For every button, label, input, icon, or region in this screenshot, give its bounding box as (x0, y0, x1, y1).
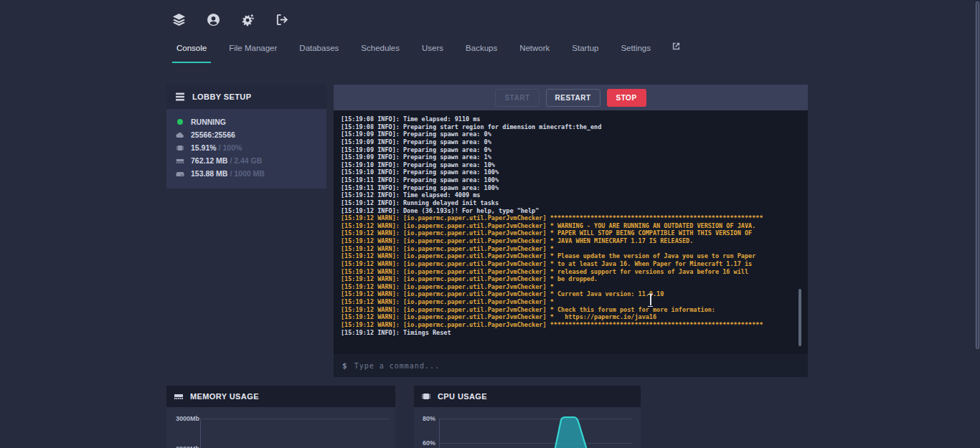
server-memory-limit: / 2.44 GB (230, 156, 262, 165)
server-disk-value: 153.88 MB (191, 169, 227, 178)
console-log-line: [15:19:12 INFO]: Done (36.193s)! For hel… (341, 207, 801, 215)
server-card-body: RUNNING 25566:25566 15.91% / 100% (166, 109, 326, 189)
console-log-line: [15:19:12 WARN]: [io.papermc.paper.util.… (341, 229, 801, 237)
server-disk-row: 153.88 MB / 1000 MB (175, 167, 318, 180)
cpu-usage-spike (439, 407, 633, 448)
charts-row: MEMORY USAGE 3000Mb 2000Mb CPU USAGE 80%… (166, 386, 808, 448)
memory-icon (174, 392, 184, 401)
cpu-usage-title: CPU USAGE (438, 392, 487, 401)
external-link-icon[interactable] (669, 37, 684, 63)
console-panel: START RESTART STOP [15:19:08 INFO]: Time… (334, 85, 808, 377)
memory-y-axis (200, 419, 201, 448)
console-log-line: [15:19:12 WARN]: [io.papermc.paper.util.… (341, 298, 801, 306)
memory-usage-header: MEMORY USAGE (166, 386, 395, 407)
admin-gears-icon[interactable] (241, 13, 255, 27)
server-card-header[interactable]: LOBBY SETUP (166, 85, 326, 109)
tab-bar: ConsoleFile ManagerDatabasesSchedulesUse… (166, 37, 808, 63)
console-log-line: [15:19:12 WARN]: [io.papermc.paper.util.… (341, 214, 801, 222)
disk-icon (175, 170, 184, 178)
console-log-line: [15:19:12 WARN]: [io.papermc.paper.util.… (341, 283, 801, 291)
top-icon-bar (166, 0, 808, 29)
cpu-usage-header: CPU USAGE (414, 386, 641, 407)
tab-console[interactable]: Console (172, 39, 211, 63)
console-log-line: [15:19:12 WARN]: [io.papermc.paper.util.… (341, 237, 801, 245)
server-address: 25566:25566 (191, 130, 235, 139)
stop-button[interactable]: STOP (607, 89, 646, 107)
console-log-line: [15:19:12 WARN]: [io.papermc.paper.util.… (341, 268, 801, 276)
cpu-ytick-60: 60% (417, 439, 435, 447)
power-controls: START RESTART STOP (334, 85, 808, 110)
console-log-line: [15:19:12 WARN]: [io.papermc.paper.util.… (341, 321, 801, 329)
server-address-row: 25566:25566 (175, 128, 318, 141)
memory-chart: 3000Mb 2000Mb (166, 407, 395, 448)
logout-icon[interactable] (275, 13, 289, 27)
console-log-line: [15:19:12 INFO]: Running delayed init ta… (341, 199, 801, 207)
server-title: LOBBY SETUP (192, 92, 251, 101)
start-button[interactable]: START (495, 89, 539, 107)
cpu-icon (421, 392, 431, 401)
layers-icon[interactable] (172, 13, 186, 27)
console-log-line: [15:19:08 INFO]: Preparing start region … (341, 123, 801, 131)
command-input[interactable] (354, 362, 799, 370)
restart-button[interactable]: RESTART (546, 89, 600, 107)
cpu-chart: 80% 60% (414, 407, 641, 448)
memory-usage-panel: MEMORY USAGE 3000Mb 2000Mb (166, 386, 395, 448)
server-memory-value: 762.12 MB (191, 156, 227, 165)
tab-settings[interactable]: Settings (616, 39, 655, 63)
console-log-line: [15:19:12 WARN]: [io.papermc.paper.util.… (341, 252, 801, 260)
status-dot-icon (175, 119, 184, 125)
memory-ytick-3000: 3000Mb (169, 415, 199, 422)
console-log-line: [15:19:12 INFO]: Time elapsed: 4009 ms (341, 191, 801, 199)
server-cpu-row: 15.91% / 100% (175, 141, 318, 154)
prompt-symbol: $ (342, 361, 347, 371)
console-log-line: [15:19:10 INFO]: Preparing spawn area: 1… (341, 168, 801, 176)
console-log[interactable]: [15:19:08 INFO]: Time elapsed: 9110 ms[1… (334, 110, 808, 354)
server-card: LOBBY SETUP RUNNING 25566:25566 (166, 85, 326, 377)
cpu-ytick-80: 80% (417, 415, 435, 422)
console-log-line: [15:19:09 INFO]: Preparing spawn area: 0… (341, 138, 801, 146)
memory-ytick-2000: 2000Mb (169, 445, 199, 448)
console-log-line: [15:19:12 WARN]: [io.papermc.paper.util.… (341, 306, 801, 314)
console-log-line: [15:19:10 INFO]: Preparing spawn area: 1… (341, 161, 801, 169)
console-log-line: [15:19:08 INFO]: Time elapsed: 9110 ms (341, 115, 801, 123)
console-log-line: [15:19:12 WARN]: [io.papermc.paper.util.… (341, 245, 801, 253)
user-icon[interactable] (207, 13, 220, 27)
memory-gridline-3000 (200, 419, 389, 419)
tab-file-manager[interactable]: File Manager (225, 39, 281, 63)
console-log-line: [15:19:12 WARN]: [io.papermc.paper.util.… (341, 313, 801, 321)
cpu-icon (175, 144, 184, 152)
console-log-line: [15:19:12 WARN]: [io.papermc.paper.util.… (341, 260, 801, 268)
command-bar: $ (334, 354, 808, 377)
server-icon (175, 92, 185, 102)
server-cpu-limit: / 100% (219, 143, 242, 152)
console-scrollbar-thumb[interactable] (798, 289, 801, 346)
tab-network[interactable]: Network (515, 39, 554, 63)
console-log-line: [15:19:12 WARN]: [io.papermc.paper.util.… (341, 222, 801, 230)
server-status: RUNNING (191, 118, 226, 126)
tab-backups[interactable]: Backups (461, 39, 501, 63)
cpu-usage-panel: CPU USAGE 80% 60% (414, 386, 641, 448)
server-status-row: RUNNING (175, 115, 318, 128)
console-log-line: [15:19:12 WARN]: [io.papermc.paper.util.… (341, 290, 801, 298)
console-log-line: [15:19:11 INFO]: Preparing spawn area: 1… (341, 184, 801, 192)
tab-databases[interactable]: Databases (295, 39, 343, 63)
console-log-line: [15:19:09 INFO]: Preparing spawn area: 0… (341, 130, 801, 138)
server-disk-limit: / 1000 MB (230, 169, 264, 178)
text-cursor-icon (647, 294, 654, 305)
console-log-line: [15:19:12 INFO]: Timings Reset (341, 329, 801, 337)
console-log-line: [15:19:09 INFO]: Preparing spawn area: 1… (341, 153, 801, 161)
tab-users[interactable]: Users (418, 39, 448, 63)
page-content: ConsoleFile ManagerDatabasesSchedulesUse… (166, 0, 808, 448)
server-cpu-value: 15.91% (191, 143, 217, 152)
console-log-line: [15:19:09 INFO]: Preparing spawn area: 0… (341, 146, 801, 154)
memory-usage-title: MEMORY USAGE (190, 392, 259, 401)
tab-startup[interactable]: Startup (567, 39, 603, 63)
memory-icon (175, 157, 184, 165)
tab-schedules[interactable]: Schedules (357, 39, 404, 63)
page-scrollbar-thumb[interactable] (976, 1, 979, 349)
console-log-line: [15:19:11 INFO]: Preparing spawn area: 1… (341, 176, 801, 184)
server-memory-row: 762.12 MB / 2.44 GB (175, 154, 318, 167)
network-icon (175, 131, 184, 139)
console-log-line: [15:19:12 WARN]: [io.papermc.paper.util.… (341, 275, 801, 283)
